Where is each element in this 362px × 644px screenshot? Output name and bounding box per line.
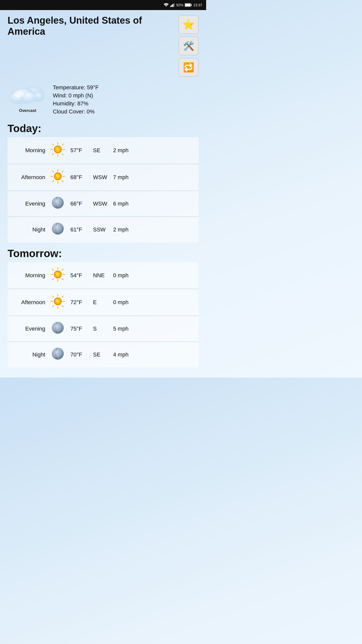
- tomorrow-rows: Morning 54°F NNE 0 mph Aftern: [8, 262, 199, 368]
- row-dir: SSW: [93, 226, 111, 233]
- row-temp: 66°F: [70, 200, 90, 207]
- row-dir: SE: [93, 351, 111, 358]
- svg-rect-1: [171, 5, 172, 7]
- city-title: Los Angeles, United States of America: [8, 15, 153, 37]
- svg-point-23: [56, 147, 58, 149]
- battery-icon: [185, 3, 192, 7]
- svg-point-22: [54, 146, 62, 153]
- wind-detail: Wind: 0 mph (N): [53, 92, 99, 99]
- svg-point-35: [55, 201, 57, 202]
- svg-line-44: [62, 269, 63, 270]
- row-period: Night: [13, 351, 45, 358]
- tools-icon: 🛠️: [183, 41, 194, 51]
- svg-line-43: [62, 278, 63, 280]
- svg-line-42: [52, 269, 54, 270]
- row-icon: [48, 320, 68, 337]
- svg-rect-6: [185, 4, 190, 7]
- row-period: Afternoon: [13, 299, 45, 306]
- refresh-icon: 🔁: [183, 62, 194, 73]
- cloudcover-detail: Cloud Cover: 0%: [53, 108, 99, 115]
- svg-line-29: [62, 180, 63, 182]
- svg-point-61: [55, 352, 57, 353]
- row-period: Night: [13, 226, 45, 233]
- svg-rect-3: [173, 3, 174, 7]
- row-temp: 68°F: [70, 174, 90, 181]
- row-period: Afternoon: [13, 174, 45, 181]
- row-temp: 54°F: [70, 272, 90, 279]
- svg-line-53: [62, 305, 63, 307]
- row-temp: 72°F: [70, 299, 90, 306]
- favorite-button[interactable]: ⭐: [178, 15, 199, 34]
- svg-point-58: [52, 322, 64, 334]
- row-dir: S: [93, 326, 111, 332]
- row-period: Evening: [13, 326, 45, 332]
- row-temp: 70°F: [70, 351, 90, 358]
- row-dir: WSW: [93, 200, 111, 207]
- svg-point-59: [55, 326, 57, 327]
- row-temp: 61°F: [70, 226, 90, 233]
- wifi-icon: [164, 3, 169, 7]
- row-icon: [48, 221, 68, 238]
- header-row: Los Angeles, United States of America ⭐ …: [8, 15, 199, 77]
- refresh-button[interactable]: 🔁: [178, 58, 199, 77]
- svg-line-18: [52, 144, 54, 145]
- status-bar: 92% 13:37: [0, 0, 206, 10]
- weather-row: Morning 57°F SE 2 mph: [8, 137, 199, 164]
- row-temp: 57°F: [70, 147, 90, 154]
- weather-row: Night 70°F SE 4 mph: [8, 342, 199, 368]
- row-wind: 7 mph: [113, 174, 194, 181]
- svg-point-32: [54, 173, 62, 180]
- svg-point-57: [56, 299, 58, 301]
- today-rows: Morning 57°F SE 2 mph Afterno: [8, 137, 199, 243]
- svg-line-54: [62, 296, 63, 297]
- row-wind: 2 mph: [113, 226, 194, 233]
- svg-line-31: [52, 180, 54, 182]
- row-icon: [48, 267, 68, 284]
- row-icon: [48, 195, 68, 212]
- svg-line-30: [62, 171, 63, 172]
- main-content: Los Angeles, United States of America ⭐ …: [0, 10, 206, 378]
- svg-line-21: [52, 153, 54, 155]
- weather-row: Evening 66°F WSW 6 mph: [8, 191, 199, 217]
- svg-point-33: [56, 174, 58, 176]
- row-wind: 0 mph: [113, 299, 194, 306]
- svg-rect-5: [191, 5, 192, 6]
- row-period: Morning: [13, 147, 45, 154]
- settings-button[interactable]: 🛠️: [178, 36, 199, 55]
- row-icon: [48, 294, 68, 311]
- weather-row: Night 61°F SSW 2 mph: [8, 217, 199, 243]
- current-icon-wrap: Overcast: [8, 82, 48, 113]
- row-wind: 2 mph: [113, 147, 194, 154]
- svg-rect-0: [170, 6, 171, 7]
- row-wind: 0 mph: [113, 272, 194, 279]
- temperature-detail: Temperature: 59°F: [53, 84, 99, 91]
- battery-percentage: 92%: [176, 3, 183, 7]
- current-weather: Overcast Temperature: 59°F Wind: 0 mph (…: [8, 82, 199, 115]
- svg-point-56: [54, 298, 62, 305]
- row-period: Evening: [13, 200, 45, 207]
- svg-line-55: [52, 305, 54, 307]
- svg-line-45: [52, 278, 54, 280]
- weather-row: Morning 54°F NNE 0 mph: [8, 262, 199, 289]
- current-details: Temperature: 59°F Wind: 0 mph (N) Humidi…: [53, 82, 99, 115]
- row-dir: E: [93, 299, 111, 306]
- row-dir: NNE: [93, 272, 111, 279]
- row-period: Morning: [13, 272, 45, 279]
- row-icon: [48, 142, 68, 159]
- status-icons: 92% 13:37: [164, 3, 202, 7]
- row-wind: 6 mph: [113, 200, 194, 207]
- row-icon: [48, 169, 68, 186]
- svg-line-19: [62, 153, 63, 155]
- condition-label: Overcast: [19, 108, 36, 113]
- svg-line-28: [52, 171, 54, 172]
- humidity-detail: Humidity: 87%: [53, 100, 99, 107]
- row-dir: WSW: [93, 174, 111, 181]
- svg-point-60: [52, 348, 64, 359]
- svg-point-13: [15, 92, 24, 97]
- svg-point-37: [55, 227, 57, 228]
- svg-point-34: [52, 197, 64, 209]
- signal-icon: [170, 3, 175, 7]
- svg-point-46: [54, 271, 62, 278]
- svg-point-47: [56, 272, 58, 274]
- row-temp: 75°F: [70, 326, 90, 332]
